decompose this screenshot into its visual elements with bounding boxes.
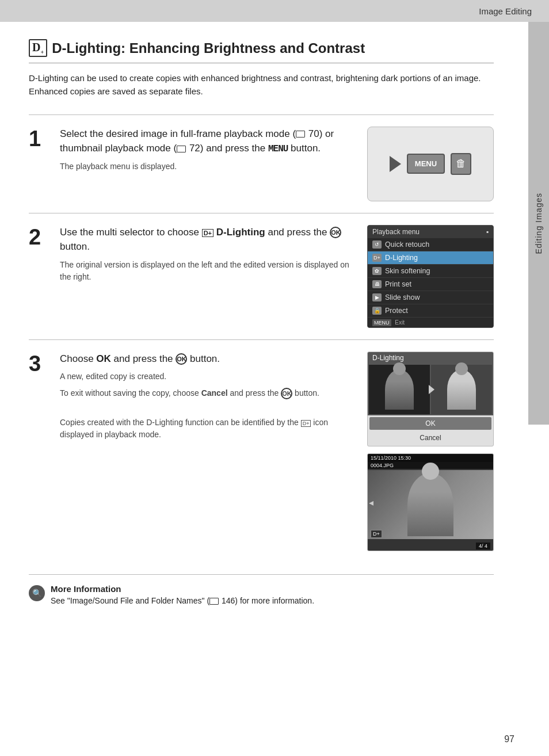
pm-item-label-4: Print set xyxy=(385,280,411,288)
step-2-note: The original version is displayed on the… xyxy=(60,259,357,283)
step-3-note1: A new, edited copy is created. xyxy=(60,371,357,383)
main-content: D+ D-Lighting: Enhancing Brightness and … xyxy=(0,22,528,623)
pm-item-dlighting[interactable]: D+ D-Lighting xyxy=(368,251,493,265)
dlighting-menu-item-icon: D+ xyxy=(372,254,382,262)
header-bar: Image Editing xyxy=(0,0,549,22)
more-info-icon: 🔍 xyxy=(29,585,45,601)
pm-item-protect[interactable]: 🔒 Protect xyxy=(368,304,493,318)
pm-item-label-3: Skin softening xyxy=(385,267,430,275)
more-info-text: More Information See "Image/Sound File a… xyxy=(51,584,314,605)
step-3-instruction: Choose OK and press the OK button. xyxy=(60,352,357,366)
dl-preview-images xyxy=(368,364,493,415)
quick-retouch-icon: ↺ xyxy=(372,240,382,249)
menu-word: MENU xyxy=(268,144,288,154)
protect-icon: 🔒 xyxy=(372,307,382,315)
dl-cancel-label[interactable]: Cancel xyxy=(369,432,491,444)
playback-menu: Playback menu ▪ ↺ Quick retouch D+ D-Lig… xyxy=(367,225,494,328)
step-1: 1 Select the desired image in full-frame… xyxy=(29,114,494,213)
step-1-instruction: Select the desired image in full-frame p… xyxy=(60,127,357,156)
ref-icon-2 xyxy=(177,146,186,152)
pm-item-skin-softening[interactable]: ✿ Skin softening xyxy=(368,265,493,278)
pb-nav-left-icon: ◂ xyxy=(369,497,373,507)
pb-counter: 4/ 4 xyxy=(476,543,490,549)
ref-icon-1 xyxy=(296,131,305,138)
page-number: 97 xyxy=(504,734,514,744)
pb-person xyxy=(407,473,453,536)
dl-preview-header: D-Lighting xyxy=(368,352,493,364)
pm-item-label-6: Protect xyxy=(385,307,408,315)
more-info-section: 🔍 More Information See "Image/Sound File… xyxy=(29,574,494,605)
playback-image: 15/11/2010 15:30 0004.JPG D+ ◂ 4/ 4 xyxy=(367,453,494,551)
pm-item-label-1: Quick retouch xyxy=(385,240,429,249)
side-tab-label: Editing Images xyxy=(534,193,543,254)
side-tab: Editing Images xyxy=(528,22,549,425)
ok-circle-3: OK xyxy=(176,353,187,365)
step-3-body: Choose OK and press the OK button. A new… xyxy=(60,352,357,551)
pm-header: Playback menu ▪ xyxy=(368,226,493,238)
dl-ok-label[interactable]: OK xyxy=(369,417,491,430)
dl-person-light xyxy=(447,369,476,410)
step-3: 3 Choose OK and press the OK button. A n… xyxy=(29,339,494,563)
step-2: 2 Use the multi selector to choose D+ D-… xyxy=(29,213,494,339)
pm-footer: MENU Exit xyxy=(368,318,493,327)
step-3-images: D-Lighting OK Cancel 15/11/2010 xyxy=(367,352,494,551)
pm-item-quick-retouch[interactable]: ↺ Quick retouch xyxy=(368,238,493,251)
dlighting-menu-icon: D+ xyxy=(202,229,214,237)
step-3-note3: Copies created with the D-Lighting funct… xyxy=(60,417,357,441)
dlighting-icon: D+ xyxy=(29,39,47,57)
dlighting-preview: D-Lighting OK Cancel xyxy=(367,352,494,446)
ok-circle-2: OK xyxy=(330,227,341,238)
ref-icon-3 xyxy=(209,598,219,605)
pm-item-label-2: D-Lighting xyxy=(385,254,418,262)
pm-footer-label: Exit xyxy=(395,319,405,326)
step-3-note2: To exit without saving the copy, choose … xyxy=(60,387,357,399)
pm-indicator: ▪ xyxy=(486,228,489,236)
step-1-note: The playback menu is displayed. xyxy=(60,161,357,173)
step-2-number: 2 xyxy=(29,226,49,328)
dl-ok-cancel-area: OK Cancel xyxy=(368,417,493,444)
pm-item-label-5: Slide show xyxy=(385,293,420,301)
header-title: Image Editing xyxy=(479,6,532,16)
trash-button-visual: 🗑 xyxy=(451,153,471,175)
step-1-number: 1 xyxy=(29,128,49,201)
ok-circle-3b: OK xyxy=(281,388,292,399)
step-3-number: 3 xyxy=(29,353,49,551)
step-2-instruction: Use the multi selector to choose D+ D-Li… xyxy=(60,225,357,254)
step-1-image: MENU 🗑 xyxy=(367,127,494,201)
step-1-body: Select the desired image in full-frame p… xyxy=(60,127,357,201)
pm-item-print-set[interactable]: 🖶 Print set xyxy=(368,278,493,291)
camera-ui: MENU 🗑 xyxy=(367,127,494,201)
dl-person-dark xyxy=(385,369,414,410)
dl-arrow-icon xyxy=(429,385,434,394)
slide-show-icon: ▶ xyxy=(372,293,382,301)
menu-exit-badge: MENU xyxy=(372,319,391,326)
dlighting-small-icon: D+ xyxy=(301,420,311,427)
print-set-icon: 🖶 xyxy=(372,280,382,288)
step-2-body: Use the multi selector to choose D+ D-Li… xyxy=(60,225,357,328)
pm-title: Playback menu xyxy=(372,228,420,236)
menu-button-visual: MENU xyxy=(407,154,445,174)
dl-right-image xyxy=(431,365,492,414)
pb-main-area xyxy=(368,470,493,539)
page-title-section: D+ D-Lighting: Enhancing Brightness and … xyxy=(29,39,494,63)
arrow-icon xyxy=(390,156,401,172)
more-info-body: See "Image/Sound File and Folder Names" … xyxy=(51,596,314,605)
pb-info-bar: 15/11/2010 15:30 xyxy=(368,454,493,462)
dl-left-image xyxy=(369,365,430,414)
intro-text: D-Lighting can be used to create copies … xyxy=(29,71,494,98)
pm-item-slide-show[interactable]: ▶ Slide show xyxy=(368,291,493,304)
skin-softening-icon: ✿ xyxy=(372,267,382,275)
page-title: D-Lighting: Enhancing Brightness and Con… xyxy=(52,40,365,56)
more-info-label: More Information xyxy=(51,584,314,594)
pb-dlighting-icon: D+ xyxy=(371,530,382,538)
step-2-image: Playback menu ▪ ↺ Quick retouch D+ D-Lig… xyxy=(367,225,494,328)
